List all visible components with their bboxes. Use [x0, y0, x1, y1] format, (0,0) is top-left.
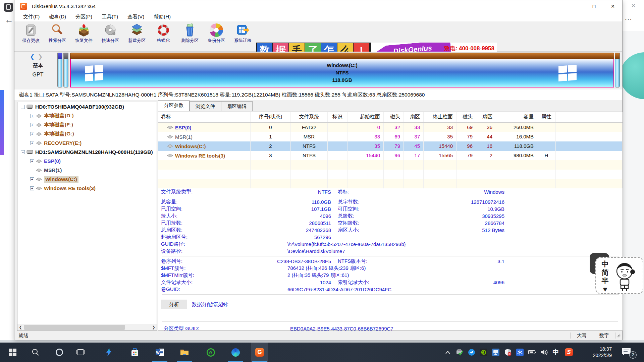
tab-sector-edit[interactable]: 扇区编辑 [221, 101, 253, 111]
save-changes-button[interactable]: 保存更改 [18, 23, 44, 50]
tree-item-label: RECOVERY(E:) [44, 140, 82, 146]
backup-partition-button[interactable]: 备份分区 [204, 23, 229, 50]
tray-defender[interactable] [502, 343, 514, 362]
maximize-button[interactable]: □ [585, 0, 603, 12]
menu-file[interactable]: 文件(F) [18, 13, 44, 21]
resize-grip[interactable] [616, 333, 621, 338]
tray-snowflake-app[interactable] [514, 343, 526, 362]
menu-help[interactable]: 帮助(H) [149, 13, 175, 21]
title-bar[interactable]: DiskGenius V5.4.3.1342 x64 — □ ✕ [14, 0, 622, 12]
col-seq-status[interactable]: 序号(状态) [251, 112, 291, 122]
col-start-sector[interactable]: 扇区 [404, 112, 424, 122]
start-button[interactable] [4, 343, 21, 362]
tree-item-hd1[interactable]: − HD1:SAMSUNGMZNLN128HAHQ-000H1(119GB) [17, 147, 157, 157]
ime-status-widget[interactable]: 中 简 半 ♥ [595, 257, 643, 294]
ie-browser-button[interactable]: e [202, 343, 219, 362]
col-end-cyl[interactable]: 终止柱面 [424, 112, 457, 122]
tray-device-ok[interactable] [453, 343, 466, 362]
collapse-icon[interactable]: − [21, 150, 25, 154]
tray-intel-graphics[interactable] [490, 343, 502, 362]
background-close-icon[interactable]: ✕ [631, 3, 636, 9]
tree-item-windows-re-tools[interactable]: + Windows RE tools(3) [17, 184, 157, 193]
tree-item-local-d[interactable]: + 本地磁盘(D:) [17, 111, 157, 120]
expand-icon[interactable]: + [30, 186, 34, 190]
expand-icon[interactable]: + [30, 177, 34, 181]
tray-volume[interactable] [538, 343, 550, 362]
col-tag[interactable]: 标识 [328, 112, 347, 122]
col-filesystem[interactable]: 文件系统 [291, 112, 328, 122]
new-partition-button[interactable]: 新建分区 [124, 23, 150, 50]
tray-show-hidden-icons[interactable] [442, 343, 453, 362]
more-options-icon[interactable]: ⋯ [625, 15, 632, 23]
menu-partition[interactable]: 分区(P) [71, 13, 97, 21]
tree-horizontal-scrollbar[interactable]: ❮ ❯ [17, 324, 157, 330]
file-explorer-button[interactable] [176, 343, 193, 362]
analyze-button[interactable]: 分析 [161, 300, 187, 309]
taskbar-clock[interactable]: 18:37 2022/5/9 [583, 343, 612, 362]
scroll-left-arrow[interactable]: ❮ [17, 324, 23, 330]
table-row-msr[interactable]: MSR(1) 1 MSR 33 69 37 35 79 44 16.0MB [158, 132, 623, 141]
tray-input-language[interactable]: 中 [551, 343, 561, 362]
microsoft-store-button[interactable] [126, 343, 144, 362]
expand-icon[interactable]: + [30, 123, 34, 127]
tab-browse-files[interactable]: 浏览文件 [190, 101, 221, 111]
diskgenius-taskbar-button[interactable]: G [251, 343, 268, 362]
tray-nvidia[interactable] [478, 343, 490, 362]
collapse-icon[interactable]: − [21, 105, 25, 109]
table-row-esp[interactable]: ESP(0) 0 FAT32 0 32 33 33 69 36 260.0MB [158, 123, 623, 132]
format-button[interactable]: 格式化 [151, 23, 176, 50]
col-start-head[interactable]: 磁头 [384, 112, 404, 122]
col-start-cyl[interactable]: 起始柱面 [347, 112, 384, 122]
tree-item-windows-c[interactable]: + Windows(C:) [17, 175, 157, 184]
partition-strip-msr[interactable] [63, 53, 68, 87]
partition-bar-windows-c[interactable]: Windows(C:) NTFS 118.0GB [70, 53, 614, 87]
tree-item-local-f[interactable]: + 本地磁盘(F:) [17, 120, 157, 129]
close-button[interactable]: ✕ [603, 0, 622, 12]
tree-item-local-g[interactable]: + 本地磁盘(G:) [17, 129, 157, 138]
back-arrow-icon[interactable]: ← [5, 15, 13, 25]
prev-disk-arrow[interactable]: ❮ [30, 53, 35, 60]
partition-strip-esp[interactable] [57, 53, 62, 87]
tray-sogou[interactable]: S [563, 343, 575, 362]
tree-item-msr[interactable]: MSR(1) [17, 166, 157, 175]
action-center-button[interactable]: 2 [621, 347, 635, 357]
next-disk-arrow[interactable]: ❯ [38, 53, 43, 60]
edge-browser-button[interactable] [227, 343, 244, 362]
taskbar: W e G [0, 343, 644, 362]
col-attr[interactable]: 属性 [537, 112, 556, 122]
expand-icon[interactable]: + [30, 159, 34, 163]
expand-icon[interactable]: + [30, 114, 34, 118]
menu-disk[interactable]: 磁盘(D) [44, 13, 71, 21]
tree-item-esp[interactable]: + ESP(0) [17, 157, 157, 166]
tab-partition-params[interactable]: 分区参数 [158, 100, 190, 111]
cortana-button[interactable] [51, 343, 68, 362]
search-partition-button[interactable]: 搜索分区 [45, 23, 70, 50]
table-row-windows-re-tools[interactable]: Windows RE tools(3) 3 NTFS 15440 96 17 1… [158, 151, 623, 160]
background-app-icon[interactable] [4, 3, 13, 12]
col-end-sector[interactable]: 扇区 [476, 112, 496, 122]
system-migration-button[interactable]: 系统迁移 [230, 23, 256, 50]
word-app-button[interactable]: W [151, 343, 168, 362]
partition-strip-re-tools[interactable] [615, 53, 620, 87]
tree-item-hd0[interactable]: − HD0:TOSHIBAMQ04ABF100(932GB) [17, 102, 157, 111]
col-volume-label[interactable]: 卷标 [158, 112, 251, 122]
expand-icon[interactable]: + [30, 141, 34, 145]
scroll-right-arrow[interactable]: ❯ [151, 324, 157, 330]
expand-icon[interactable]: + [30, 132, 34, 136]
thunder-app-button[interactable] [100, 343, 117, 362]
table-row-windows-c-selected[interactable]: Windows(C:) 2 NTFS 35 79 45 15440 96 16 … [158, 141, 623, 151]
col-end-head[interactable]: 磁头 [457, 112, 476, 122]
tray-battery[interactable] [526, 343, 538, 362]
recover-files-button[interactable]: 恢复文件 [71, 23, 97, 50]
tree-item-recovery-e[interactable]: + RECOVERY(E:) [17, 138, 157, 147]
menu-view[interactable]: 查看(V) [123, 13, 149, 21]
task-view-button[interactable] [72, 343, 89, 362]
menu-tools[interactable]: 工具(T) [97, 13, 123, 21]
minimize-button[interactable]: — [566, 0, 585, 12]
delete-partition-button[interactable]: 删除分区 [177, 23, 203, 50]
col-capacity[interactable]: 容量 [496, 112, 537, 122]
taskbar-search-button[interactable] [27, 343, 44, 362]
scroll-thumb[interactable] [24, 325, 125, 330]
tray-messenger[interactable] [466, 343, 478, 362]
quick-partition-button[interactable]: 快速分区 [98, 23, 123, 50]
